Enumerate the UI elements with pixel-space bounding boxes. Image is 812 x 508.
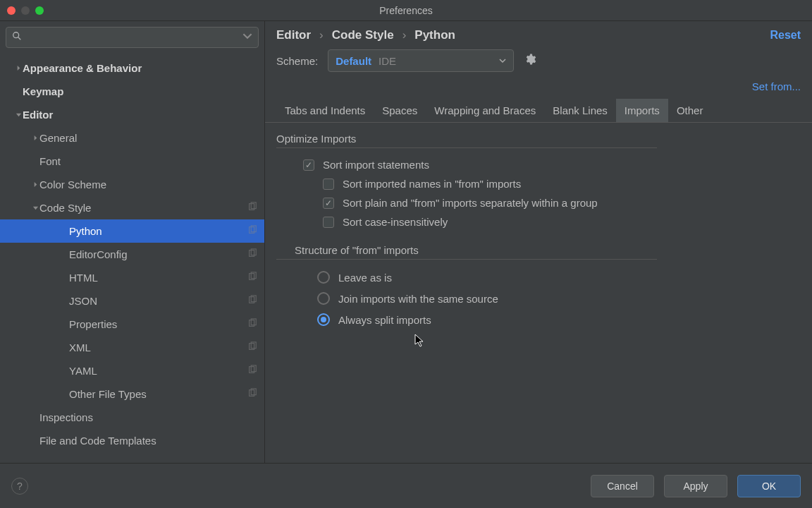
tree-item-label: Python: [69, 225, 247, 237]
tree-item-label: General: [39, 132, 257, 144]
gear-icon[interactable]: [524, 53, 536, 68]
reset-link[interactable]: Reset: [770, 29, 801, 42]
tree-item[interactable]: EditorConfig: [0, 243, 264, 266]
tree-item-label: XML: [69, 341, 247, 353]
tree-item[interactable]: JSON: [0, 289, 264, 313]
tree-item[interactable]: Inspections: [0, 406, 264, 429]
search-input-wrapper[interactable]: [6, 27, 259, 48]
tree-item[interactable]: Python: [0, 219, 264, 243]
set-from-link[interactable]: Set from...: [752, 80, 801, 92]
close-window-icon[interactable]: [7, 6, 16, 15]
chevron-right-icon: ›: [319, 28, 324, 42]
tree-item-label: EditorConfig: [69, 248, 247, 260]
checkbox-icon: [323, 217, 334, 228]
minimize-window-icon[interactable]: [21, 6, 30, 15]
tree-item[interactable]: Editor: [0, 103, 264, 126]
tabs: Tabs and IndentsSpacesWrapping and Brace…: [265, 99, 812, 123]
tree-item-label: Appearance & Behavior: [23, 62, 257, 74]
radio-label: Always split imports: [338, 314, 431, 326]
radio-option[interactable]: Always split imports: [276, 309, 801, 330]
tree-item[interactable]: Code Style: [0, 196, 264, 219]
tree-item[interactable]: General: [0, 126, 264, 150]
tree-item[interactable]: Properties: [0, 313, 264, 336]
search-icon: [12, 31, 22, 44]
tree-item-label: JSON: [69, 295, 247, 307]
check-sort-names[interactable]: Sort imported names in "from" imports: [276, 174, 801, 193]
search-input[interactable]: [26, 32, 238, 43]
tab[interactable]: Wrapping and Braces: [426, 99, 544, 122]
footer: ? Cancel Apply OK: [0, 463, 812, 508]
cancel-button[interactable]: Cancel: [591, 475, 654, 497]
titlebar: Preferences: [0, 0, 812, 21]
tab[interactable]: Spaces: [374, 99, 426, 122]
checkbox-icon: [323, 198, 334, 209]
check-label: Sort plain and "from" imports separately…: [343, 197, 598, 209]
ok-button[interactable]: OK: [737, 475, 801, 497]
radio-option[interactable]: Leave as is: [276, 267, 801, 288]
tree-item-label: Color Scheme: [39, 179, 257, 190]
radio-icon: [317, 271, 330, 284]
check-sort-plain[interactable]: Sort plain and "from" imports separately…: [276, 193, 801, 212]
checkbox-icon: [323, 179, 334, 190]
svg-point-0: [13, 32, 19, 38]
copy-icon: [247, 202, 257, 214]
radio-icon: [317, 313, 330, 326]
chevron-right-icon: ›: [402, 28, 407, 42]
fullscreen-window-icon[interactable]: [35, 6, 44, 15]
chevron-down-icon: [14, 111, 23, 118]
tree-item[interactable]: XML: [0, 336, 264, 359]
tree-item[interactable]: File and Code Templates: [0, 429, 264, 452]
traffic-lights: [7, 6, 44, 15]
check-label: Sort imported names in "from" imports: [343, 178, 521, 190]
breadcrumb-segment[interactable]: Code Style: [332, 28, 394, 42]
scheme-name: Default: [336, 55, 371, 67]
copy-icon: [247, 225, 257, 237]
scheme-dropdown[interactable]: Default IDE: [328, 49, 514, 72]
copy-icon: [247, 248, 257, 260]
tree-item-label: YAML: [69, 365, 247, 377]
chevron-right-icon: [14, 65, 23, 71]
tab[interactable]: Blank Lines: [544, 99, 616, 122]
tree-item[interactable]: Color Scheme: [0, 173, 264, 196]
copy-icon: [247, 295, 257, 307]
apply-button[interactable]: Apply: [664, 475, 727, 497]
tree-item-label: Font: [39, 155, 257, 167]
tree-item[interactable]: Appearance & Behavior: [0, 56, 264, 80]
tab[interactable]: Tabs and Indents: [276, 99, 374, 122]
window-title: Preferences: [0, 5, 812, 16]
copy-icon: [247, 341, 257, 353]
tree-item[interactable]: Font: [0, 150, 264, 173]
tree-item-label: Other File Types: [69, 388, 247, 400]
chevron-down-icon: [499, 54, 506, 67]
breadcrumb-segment[interactable]: Editor: [276, 28, 311, 42]
tree-item-label: HTML: [69, 272, 247, 284]
preferences-tree: Appearance & BehaviorKeymapEditorGeneral…: [0, 54, 264, 463]
tree-item[interactable]: Keymap: [0, 80, 264, 103]
check-label: Sort import statements: [323, 159, 429, 171]
check-label: Sort case-insensitively: [343, 216, 448, 228]
svg-line-1: [18, 37, 21, 40]
tree-item-label: Keymap: [23, 85, 257, 97]
tree-item-label: Code Style: [39, 202, 247, 214]
copy-icon: [247, 318, 257, 330]
check-sort-case[interactable]: Sort case-insensitively: [276, 212, 801, 231]
breadcrumb-segment[interactable]: Python: [414, 28, 455, 42]
radio-option[interactable]: Join imports with the same source: [276, 288, 801, 309]
sidebar: Appearance & BehaviorKeymapEditorGeneral…: [0, 21, 265, 463]
checkbox-icon: [303, 159, 314, 171]
check-sort-statements[interactable]: Sort import statements: [276, 155, 801, 174]
tab[interactable]: Other: [668, 99, 712, 122]
tree-item[interactable]: HTML: [0, 266, 264, 289]
section-optimize-title: Optimize Imports: [276, 133, 657, 148]
section-structure-title: Structure of "from" imports: [276, 244, 657, 260]
tree-item[interactable]: Other File Types: [0, 382, 264, 406]
radio-label: Leave as is: [338, 272, 392, 284]
chevron-down-icon[interactable]: [242, 31, 252, 44]
tree-item[interactable]: YAML: [0, 359, 264, 382]
chevron-right-icon: [31, 181, 39, 188]
tree-item-label: File and Code Templates: [39, 435, 257, 447]
tab[interactable]: Imports: [616, 99, 668, 122]
help-icon[interactable]: ?: [11, 478, 28, 495]
radio-icon: [317, 292, 330, 305]
scheme-label: Scheme:: [276, 55, 318, 67]
